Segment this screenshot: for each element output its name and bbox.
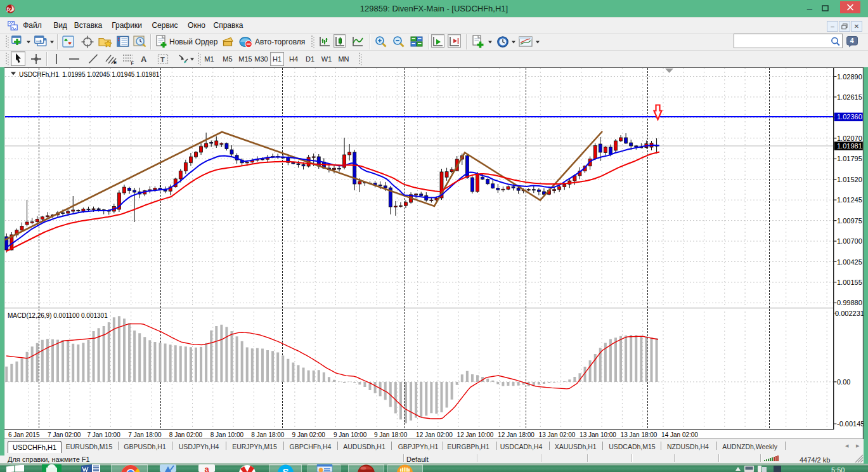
svg-text:S: S: [282, 466, 288, 472]
svg-text:12 Jan 10:00: 12 Jan 10:00: [457, 431, 494, 438]
svg-text:MACD(12,26,9) 0.001100 0.00130: MACD(12,26,9) 0.001100 0.001301: [8, 312, 108, 319]
svg-text:1.00975: 1.00975: [837, 217, 862, 225]
svg-text:1.01795: 1.01795: [837, 155, 862, 162]
svg-text:14 Jan 02:00: 14 Jan 02:00: [661, 431, 698, 438]
svg-text:1.01245: 1.01245: [837, 196, 862, 204]
svg-text:13 Jan 18:00: 13 Jan 18:00: [621, 431, 657, 438]
svg-text:6 Jan 2015: 6 Jan 2015: [8, 431, 40, 438]
svg-text:9 Jan 18:00: 9 Jan 18:00: [374, 431, 408, 438]
svg-text:a: a: [204, 464, 209, 472]
svg-text:1.01520: 1.01520: [837, 176, 862, 183]
svg-text:1.02615: 1.02615: [837, 93, 862, 101]
svg-text:-0.00145: -0.00145: [837, 420, 864, 428]
svg-text:9 Jan 02:00: 9 Jan 02:00: [292, 431, 326, 438]
svg-text:T: T: [160, 56, 165, 63]
svg-text:13 Jan 02:00: 13 Jan 02:00: [539, 431, 576, 438]
svg-text:7 Jan 02:00: 7 Jan 02:00: [48, 431, 81, 438]
svg-text:12 Jan 02:00: 12 Jan 02:00: [416, 431, 453, 438]
svg-text:1.00425: 1.00425: [837, 258, 862, 266]
svg-text:0.002231: 0.002231: [835, 310, 864, 317]
svg-text:13 Jan 10:00: 13 Jan 10:00: [580, 431, 616, 438]
svg-text:1.00155: 1.00155: [837, 279, 862, 286]
svg-text:USDCHFh,H1 1.01995 1.02045 1.: USDCHFh,H1 1.01995 1.02045 1.01945 1.019…: [19, 71, 160, 78]
svg-text:fx: fx: [6, 6, 11, 12]
svg-text:12 Jan 18:00: 12 Jan 18:00: [498, 431, 534, 438]
svg-text:E: E: [113, 60, 117, 65]
svg-text:8 Jan 02:00: 8 Jan 02:00: [169, 431, 203, 438]
svg-text:8 Jan 10:00: 8 Jan 10:00: [211, 431, 244, 438]
svg-text:8 Jan 18:00: 8 Jan 18:00: [251, 431, 285, 438]
svg-text:1.02890: 1.02890: [837, 73, 862, 81]
svg-text:4: 4: [850, 37, 854, 44]
svg-text:1.01981: 1.01981: [837, 142, 862, 150]
svg-text:F: F: [131, 60, 134, 65]
svg-text:1.02360: 1.02360: [837, 113, 862, 121]
svg-text:7 Jan 18:00: 7 Jan 18:00: [128, 431, 162, 438]
svg-text:9 Jan 10:00: 9 Jan 10:00: [334, 431, 367, 438]
svg-text:7 Jan 10:00: 7 Jan 10:00: [87, 431, 120, 438]
svg-text:0.00: 0.00: [837, 378, 850, 386]
svg-text:1.02070: 1.02070: [837, 134, 862, 142]
svg-text:0.99880: 0.99880: [837, 299, 862, 306]
svg-text:1.00700: 1.00700: [837, 237, 862, 245]
